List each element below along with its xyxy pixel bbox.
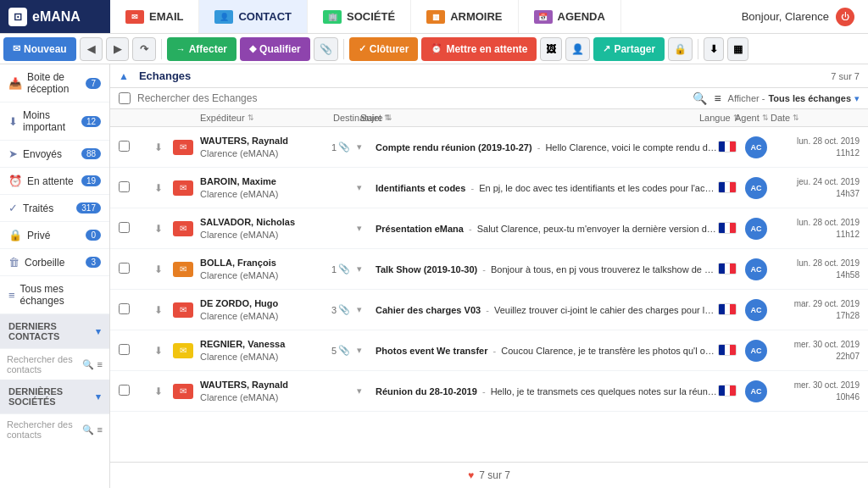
nav3-button[interactable]: ↷ (132, 37, 156, 61)
nav-agenda[interactable]: 📅 AGENDA (519, 0, 621, 33)
row-checkbox[interactable] (119, 222, 136, 236)
email-sender: WAUTERS, Raynald Clarence (eMANA) (200, 135, 331, 159)
search-input[interactable] (137, 92, 686, 104)
expand-button[interactable]: ▾ (357, 263, 376, 274)
forward-button[interactable]: ▶ (106, 37, 129, 61)
email-row[interactable]: ⬇ ✉ REGNIER, Vanessa Clarence (eMANA) 5📎… (110, 330, 868, 371)
email-count: 1📎 (331, 141, 357, 152)
date-col-header[interactable]: Date ⇅ (771, 113, 860, 123)
contact-icon: 👤 (214, 10, 233, 24)
attente-button[interactable]: ⏰ Mettre en attente (421, 37, 537, 61)
attach-button[interactable]: 📎 (314, 37, 338, 61)
contacts-search-area[interactable]: Rechercher des contacts 🔍 ≡ (0, 349, 109, 380)
sender-sub: Clarence (eMANA) (200, 189, 278, 199)
email-date: mar. 29 oct. 201917h28 (771, 298, 860, 322)
email-row[interactable]: ⬇ ✉ SALVADOR, Nicholas Clarence (eMANA) … (110, 208, 868, 249)
email-row[interactable]: ⬇ ✉ WAUTERS, Raynald Clarence (eMANA) 1📎… (110, 127, 868, 168)
sujet-col-header[interactable]: Sujet ⇅ (360, 113, 698, 123)
search-icon[interactable]: 🔍 (693, 92, 707, 105)
attente-sidebar-icon: ⏰ (8, 175, 22, 187)
sidebar-item-prive[interactable]: 🔒 Privé 0 (0, 222, 109, 249)
row-checkbox[interactable] (119, 344, 136, 358)
filter-icon[interactable]: ≡ (714, 92, 721, 105)
moins-badge: 12 (81, 116, 101, 127)
societes-search-area[interactable]: Rechercher des contacts 🔍 ≡ (0, 414, 109, 445)
expand-button[interactable]: ▾ (357, 345, 376, 356)
expediteur-col-label: Expéditeur (200, 113, 245, 123)
contacts-filter-icon[interactable]: ≡ (97, 359, 103, 369)
envoyes-badge: 88 (81, 148, 101, 159)
expand-button[interactable]: ▾ (357, 385, 376, 396)
affecter-button[interactable]: → Affecter (167, 37, 236, 61)
nav-contact[interactable]: 👤 CONTACT (199, 0, 308, 33)
agent-col-header[interactable]: Agent ⇅ (735, 113, 769, 123)
email-row[interactable]: ⬇ ✉ DE ZORDO, Hugo Clarence (eMANA) 3📎 ▾… (110, 290, 868, 330)
email-sender: BOLLA, François Clarence (eMANA) (200, 257, 331, 281)
email-count-num: 1 (331, 264, 337, 274)
email-row[interactable]: ⬇ ✉ BOLLA, François Clarence (eMANA) 1📎 … (110, 249, 868, 290)
expand-button[interactable]: ▾ (357, 223, 376, 234)
sidebar-item-tous[interactable]: ≡ Tous mes échanges (0, 276, 109, 314)
cloturer-button[interactable]: ✓ Clôturer (349, 37, 419, 61)
sidebar-item-attente[interactable]: ⏰ En attente 19 (0, 168, 109, 195)
sidebar-item-moins[interactable]: ⬇ Moins important 12 (0, 103, 109, 141)
lock-button[interactable]: 🔒 (668, 37, 693, 61)
sender-sub: Clarence (eMANA) (200, 230, 278, 240)
nav-armoire[interactable]: ▦ ARMOIRE (411, 0, 518, 33)
row-checkbox[interactable] (119, 303, 136, 317)
row-checkbox[interactable] (119, 385, 136, 398)
user-button[interactable]: 👤 (565, 37, 590, 61)
photo-button[interactable]: 🖼 (540, 37, 562, 61)
corbeille-icon: 🗑 (8, 256, 19, 269)
sidebar-item-envoyes[interactable]: ➤ Envoyés 88 (0, 141, 109, 168)
subject-preview: Hello Clarence, voici le compte rendu de… (545, 142, 718, 152)
email-row[interactable]: ⬇ ✉ BAROIN, Maxime Clarence (eMANA) ▾ Id… (110, 168, 868, 208)
sidebar-item-traites[interactable]: ✓ Traités 317 (0, 195, 109, 222)
email-date: jeu. 24 oct. 201914h37 (771, 176, 860, 200)
afficher-value[interactable]: Tous les échanges (768, 93, 851, 103)
expand-button[interactable]: ▾ (357, 304, 376, 315)
nav-email[interactable]: ✉ EMAIL (110, 0, 199, 33)
email-row[interactable]: ⬇ ✉ WAUTERS, Raynald Clarence (eMANA) ▾ … (110, 371, 868, 412)
nav-agenda-label: AGENDA (558, 10, 605, 23)
subject-title: Réunion du 28-10-2019 (376, 386, 477, 396)
sidebar-item-inbox[interactable]: 📥 Boite de réception 7 (0, 64, 109, 103)
afficher-chevron[interactable]: ▾ (854, 93, 860, 104)
destinataire-col-header[interactable]: Destinataire ⇅ (333, 113, 359, 123)
email-icon: ✉ (173, 180, 193, 196)
nouveau-button[interactable]: ✉ Nouveau (3, 37, 76, 61)
expediteur-col-header[interactable]: Expéditeur ⇅ (200, 113, 331, 123)
agent-col-label: Agent (735, 113, 760, 123)
expand-button[interactable]: ▾ (357, 182, 376, 193)
afficher-section: Afficher - Tous les échanges ▾ (728, 93, 860, 104)
partager-button[interactable]: ↗ Partager (593, 37, 665, 61)
logout-button[interactable]: ⏻ (836, 8, 854, 26)
email-icon: ✉ (173, 140, 193, 155)
contacts-search-label: Rechercher des contacts (7, 354, 79, 374)
download-button[interactable]: ⬇ (704, 37, 724, 61)
derniers-contacts-header: DERNIERS CONTACTS ▾ (0, 314, 109, 349)
select-all-checkbox[interactable] (119, 92, 131, 104)
subject-preview: Bonjour à tous, en pj vous trouverez le … (491, 264, 718, 274)
contacts-search-icon[interactable]: 🔍 (82, 359, 94, 370)
agent-sort: ⇅ (762, 114, 769, 122)
societes-filter-icon[interactable]: ≡ (97, 424, 103, 435)
row-checkbox[interactable] (119, 181, 136, 195)
row-checkbox[interactable] (119, 263, 136, 276)
societes-search-icon[interactable]: 🔍 (82, 424, 94, 435)
langue-col-header[interactable]: Langue ⇅ (699, 113, 733, 123)
contacts-section-label: DERNIERS CONTACTS (8, 321, 92, 341)
armoire-icon: ▦ (426, 10, 445, 24)
back-button[interactable]: ◀ (80, 37, 103, 61)
logo[interactable]: ⊡ eMANA (0, 0, 110, 33)
row-checkbox[interactable] (119, 141, 136, 154)
societes-search-label: Rechercher des contacts (7, 419, 79, 440)
sidebar-item-corbeille[interactable]: 🗑 Corbeille 3 (0, 249, 109, 276)
qualifier-icon: ◆ (249, 43, 256, 54)
qualifier-button[interactable]: ◆ Qualifier (240, 37, 310, 61)
expand-button[interactable]: ▾ (357, 141, 376, 152)
prive-icon: 🔒 (8, 229, 22, 241)
grid-button[interactable]: ▦ (727, 37, 748, 61)
email-date: lun. 28 oct. 201911h12 (771, 217, 860, 241)
nav-societe[interactable]: 🏢 SOCIÉTÉ (308, 0, 411, 33)
